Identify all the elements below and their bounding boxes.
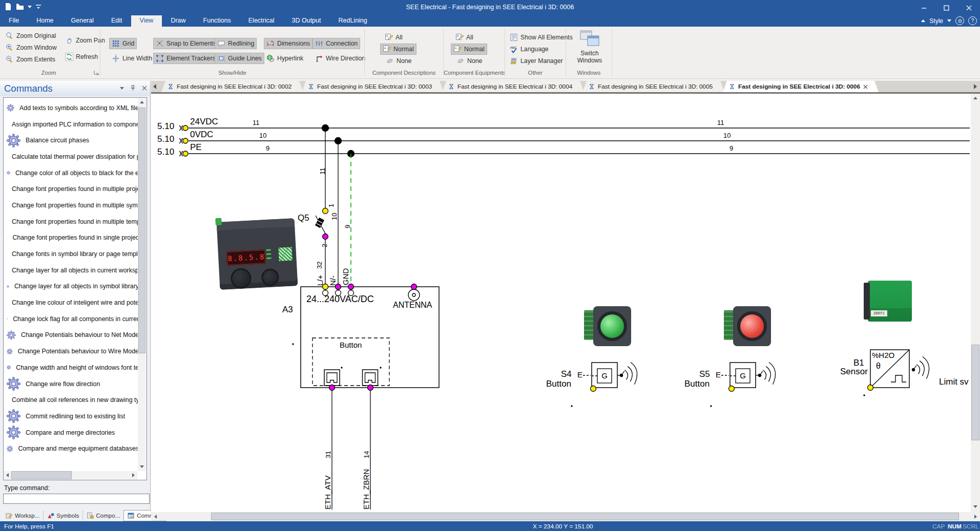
pin-icon[interactable] (130, 85, 136, 91)
canvas-hscrollbar[interactable] (151, 512, 980, 521)
close-tab-icon[interactable] (863, 84, 868, 89)
command-item[interactable]: Change font properties found in multiple… (5, 181, 139, 197)
connection-button[interactable]: Connection (312, 38, 360, 49)
comp-equip-normal-button[interactable]: A Normal (451, 44, 487, 55)
doc-tab-0002[interactable]: Fast designing in SEE Electrical i 3D: 0… (161, 81, 303, 92)
hscroll-thumb[interactable] (11, 471, 72, 479)
close-button[interactable] (957, 0, 980, 15)
doc-tab-0004[interactable]: Fast designing in SEE Electrical i 3D: 0… (442, 81, 584, 92)
command-item[interactable]: Combine all coil references in new drawi… (5, 392, 139, 408)
tab-scroll-left-icon[interactable] (153, 84, 156, 89)
canvas-hscroll-thumb[interactable] (211, 513, 959, 520)
snap-to-elements-button[interactable]: Snap to Elements (153, 38, 219, 49)
comp-desc-none-button[interactable]: None (383, 55, 414, 67)
maximize-button[interactable] (935, 0, 957, 15)
settings-icon[interactable] (955, 16, 964, 25)
scroll-up-icon[interactable] (973, 97, 977, 99)
menu-home[interactable]: Home (28, 15, 62, 27)
wire-direction-button[interactable]: Wire Direction (312, 53, 368, 64)
collapse-ribbon-icon[interactable] (921, 19, 925, 22)
comp-desc-normal-button[interactable]: A Normal (380, 44, 416, 55)
schematic-canvas[interactable]: 8.8.5.8 ZBRT1 5.10 5.10 5.10 24VDC 0VDC … (151, 94, 971, 512)
zoom-original-button[interactable]: Zoom Original (3, 30, 58, 41)
command-item[interactable]: Commit redlining text to existing list (5, 408, 139, 424)
panel-menu-icon[interactable] (120, 87, 124, 90)
scroll-right-icon[interactable] (132, 473, 135, 477)
redlining-button[interactable]: Redlining (215, 38, 257, 49)
dimensions-button[interactable]: Dimensions (264, 38, 312, 49)
menu-file[interactable]: File (0, 15, 28, 27)
scroll-right-icon[interactable] (974, 515, 977, 519)
scroll-left-icon[interactable] (154, 515, 157, 519)
style-caret-icon[interactable] (947, 19, 951, 22)
language-button[interactable]: ABC Language (507, 44, 551, 55)
command-item[interactable]: Calculate total thermal power dissipatio… (5, 148, 139, 165)
hyperlink-button[interactable]: Hyperlink (264, 53, 306, 64)
guide-lines-button[interactable]: Guide Lines (215, 53, 264, 64)
minimize-button[interactable] (912, 0, 935, 15)
canvas-vscroll-thumb[interactable] (971, 345, 979, 440)
menu-edit[interactable]: Edit (102, 15, 131, 27)
show-all-elements-button[interactable]: Show All Elements (507, 32, 575, 43)
scroll-left-icon[interactable] (6, 473, 9, 477)
zoom-extents-button[interactable]: Zoom Extents (3, 54, 58, 65)
style-dropdown[interactable]: Style (929, 17, 943, 25)
scroll-up-icon[interactable] (140, 101, 144, 103)
command-item[interactable]: Change layer for all objects in current … (5, 262, 139, 279)
tab-symbols[interactable]: Symbols (44, 511, 83, 521)
command-item[interactable]: Add texts to symbols according to XML fi… (5, 100, 139, 116)
grid-button[interactable]: Grid (109, 38, 137, 49)
layer-manager-button[interactable]: Layer Manager (507, 55, 566, 67)
terminal-lplus: L/+ (316, 275, 324, 286)
scroll-down-icon[interactable] (973, 505, 977, 508)
refresh-button[interactable]: Refresh (62, 51, 100, 62)
command-item[interactable]: Change Potentials behaviour to Net Mode (5, 327, 139, 344)
command-item[interactable]: Change Potentials behaviour to Wire Mode (5, 343, 139, 359)
scroll-down-icon[interactable] (140, 465, 144, 468)
comp-equip-none-button[interactable]: None (454, 55, 485, 67)
menu-3d-output[interactable]: 3D Output (283, 15, 330, 27)
command-item[interactable]: Change font properties found in single p… (5, 230, 139, 246)
command-item[interactable]: Compare and merge equipment databases (5, 440, 139, 457)
menu-view[interactable]: View (131, 15, 162, 27)
menu-draw[interactable]: Draw (162, 15, 194, 27)
help-icon[interactable]: ? (968, 16, 977, 25)
tab-workspace[interactable]: Worksp... (2, 511, 44, 521)
command-item[interactable]: Change font properties found in multiple… (5, 197, 139, 214)
commands-vscrollbar[interactable] (138, 98, 146, 471)
zoom-dialog-launcher-icon[interactable] (93, 70, 99, 76)
command-item[interactable]: Change layer for all objects in symbol l… (5, 279, 139, 295)
menu-redlining[interactable]: RedLining (329, 15, 376, 27)
zoom-pan-button[interactable]: Zoom Pan (62, 35, 108, 46)
doc-tab-0006-active[interactable]: Fast designing in SEE Electrical i 3D: 0… (723, 81, 879, 92)
command-item[interactable]: Assign imported PLC information to compo… (5, 116, 139, 133)
command-item[interactable]: Balance circuit phases (5, 132, 139, 148)
menu-functions[interactable]: Functions (195, 15, 240, 27)
line-width-button[interactable]: Line Width (109, 53, 155, 64)
doc-tab-0003[interactable]: Fast designing in SEE Electrical i 3D: 0… (302, 81, 444, 92)
zoom-window-button[interactable]: Zoom Window (3, 42, 59, 53)
command-item[interactable]: Change wire flow direction (5, 376, 139, 392)
command-item[interactable]: Change lock flag for all components in c… (5, 311, 139, 327)
command-item[interactable]: Change color of all objects to black for… (5, 165, 139, 181)
command-item[interactable]: Change line colour of inteligent wire an… (5, 294, 139, 311)
menu-electrical[interactable]: Electrical (240, 15, 283, 27)
comp-equip-all-button[interactable]: Aa All (453, 32, 476, 43)
canvas-vscrollbar[interactable] (971, 94, 980, 512)
menu-general[interactable]: General (62, 15, 102, 27)
command-item[interactable]: Change fonts in symbol library or page t… (5, 246, 139, 262)
command-item[interactable]: Compare and merge directories (5, 424, 139, 441)
vscroll-thumb[interactable] (138, 108, 145, 353)
tab-components[interactable]: Compo... (83, 511, 124, 521)
rail-label-24vdc: 24VDC (190, 117, 218, 127)
comp-desc-all-button[interactable]: Aa All (382, 32, 405, 43)
close-panel-icon[interactable] (142, 86, 147, 91)
switch-windows-button[interactable]: Switch Windows (570, 30, 610, 64)
command-item[interactable]: Change width and height of windows font … (5, 359, 139, 376)
doc-tab-0005[interactable]: Fast designing in SEE Electrical i 3D: 0… (582, 81, 724, 92)
type-command-input[interactable] (3, 494, 150, 504)
command-item[interactable]: Change font properties found in multiple… (5, 214, 139, 230)
tab-scroll-right-icon[interactable] (974, 84, 977, 89)
commands-hscrollbar[interactable] (4, 471, 137, 479)
element-trackers-button[interactable]: Element Trackers (153, 53, 218, 64)
